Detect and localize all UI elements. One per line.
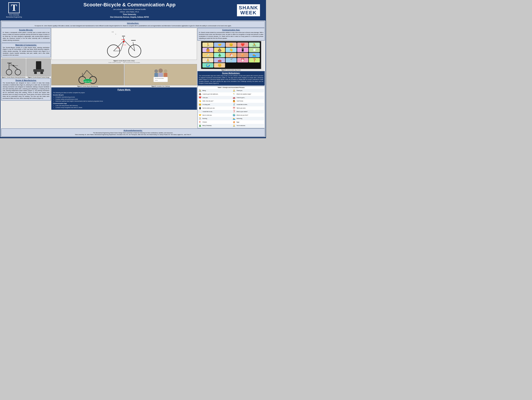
app-emoji-18: ⏰ [237,58,248,62]
app-emoji-4: 🚴 [249,43,260,47]
future-work-section: Future Work: The following are ideas to … [51,88,197,110]
fig2-label: : Scooter-Bicycle Footrest Design [32,77,49,78]
svg-line-4 [13,66,18,69]
phrase-left: Hello, how are you? [202,99,232,103]
app-emoji-21: 😊 [214,63,225,68]
app-emoji-3: ❤️ [237,43,248,47]
week-text: WEEK [239,10,258,15]
table-1-container: Table 1: Emojis and Associated Phrases 🚴… [197,86,265,128]
design-methodology-title: Design Methodology: [199,72,263,74]
figure-3-note: Center of Mass Calculation *rider not pi… [51,62,197,63]
poster: T Trine University Biomedical Engineerin… [0,0,266,138]
table-row: 💩 I need to go to the bathroom. 🌦️ What'… [198,92,264,96]
figure-3-image: CoM X Z Y 24.53" 34.53" [51,28,197,60]
poster-title: Scooter-Bicycle & Communication App [25,2,234,8]
phrase-right: You're welcome. [236,124,264,127]
scooter-bicycle-title: Scooter-Bicycle: [3,29,49,31]
figure-5-container: 🏃 🤝 😊 ❤️ 🚴 🤷 💩 👋 📱 🍽️ 🌦️ 🎄 🐔 🥚 [197,41,265,71]
emoji-left: 🍽️ [198,110,202,113]
table-row: 👋 Hello, how are you? 🤷 I don't know. [198,99,264,103]
app-emoji-5: 🤷 [203,48,213,52]
acknowledgements-section: Acknowledgements: The Biomedical Enginee… [1,129,265,137]
ack-text2: Trine University, Dr. John Patton, Biome… [3,134,263,136]
figure-4-container: BIKE AND SOUL Figure 4: Scooter-Bicycle … [51,64,124,87]
phrase-right: I would like to drink... [236,103,264,106]
emoji-right: 🙏 [232,124,236,127]
advisor: Advisor: John Patton, Ph.D. [25,11,234,13]
footrest-svg [31,59,47,75]
emoji-right: 🌍 [232,113,236,117]
table-row: 🚴 Biking 🙏 Thank you. [198,89,264,92]
svg-point-39 [158,69,163,73]
fig1-label: : Scooter-Bicycle Steering Mechanism [6,77,25,78]
comm-app-section: Communication App: Dr. Shank's stroke li… [197,28,265,41]
comm-item-1: Code 100 total phrases with hierarchy [55,105,195,106]
svg-rect-11 [40,72,43,74]
emoji-right: 🚗 [232,96,236,100]
emoji-right: 🏊 [232,117,236,120]
emoji-left: 📱 [198,106,202,110]
phrase-right: What's the weather today? [236,92,264,96]
design-methodology-text: The communication app was coded using Xc… [199,75,263,84]
header-right: SHANK WEEK [234,4,263,16]
app-emoji-9: 🍽️ [249,48,260,52]
trine-t-logo: T [8,2,20,13]
scooter-bicycle-text: Dr. Shank, a hemiparetic stroke patient,… [3,32,49,41]
svg-rect-8 [36,61,41,70]
svg-text:X    Z: X Z [112,31,114,32]
svg-point-1 [15,69,21,75]
svg-line-15 [124,40,135,51]
comm-label: Communication App [53,102,195,105]
figure-5-caption: Figure 5: Communication App Screen [197,69,265,71]
table-row: ❤️ I love you. 🚗 I have to go to... [198,96,264,100]
emoji-right: ⏰ [232,106,236,110]
figure-5-image: 🏃 🤝 😊 ❤️ 🚴 🤷 💩 👋 📱 🍽️ 🌦️ 🎄 🐔 🥚 [201,41,261,69]
address: One University Avenue, Angola, Indiana 4… [25,16,234,19]
svg-line-3 [9,63,13,66]
emoji-left: 🚴 [198,89,202,92]
header: T Trine University Biomedical Engineerin… [0,0,266,20]
svg-text:catablog: catablog [155,80,158,81]
app-emoji-11: 🎄 [214,53,225,57]
table-row: 📱 Call me when you can. ⏰ Talk to you so… [198,106,264,110]
emoji-left: 👋 [198,99,202,103]
svg-text:CoM: CoM [121,39,125,40]
figure-1-caption: Figure 1: Scooter-Bicycle Steering Mecha… [1,77,26,78]
app-emoji-0: 🏃 [203,43,213,47]
figure-2-caption: Figure 2: Scooter-Bicycle Footrest Desig… [26,77,51,78]
figure-2-image [26,59,51,76]
figure-4-6-row: BIKE AND SOUL Figure 4: Scooter-Bicycle … [51,64,197,87]
figure-1-box: Figure 1: Scooter-Bicycle Steering Mecha… [1,59,26,78]
header-divider [0,20,266,20]
table-row: 🍽️ I would like to eat... ❓ What is your… [198,110,264,113]
emoji-left: 🐔 [198,120,202,124]
app-emoji-15: 🙏 [203,58,213,62]
table-row: 🏃 Running 🏊 Swimming [198,117,264,120]
design-manufacturing-title: Design & Manufacturing: [3,80,49,81]
scooter-steering-svg [6,59,21,75]
emoji-table: 🚴 Biking 🙏 Thank you. 💩 I need to go to … [198,89,264,127]
intro-section: Introduction: To improve Dr. John Shank'… [1,21,265,28]
phrase-left: Chicken [202,120,232,124]
university-name-text: Trine University [9,14,19,16]
figure-2-box: Figure 2: Scooter-Bicycle Footrest Desig… [26,59,51,78]
svg-point-41 [164,69,167,73]
fig6-bold: Figure 6 [152,86,156,87]
scooter-label: Scooter-Bicycle [53,94,195,96]
svg-point-7 [13,65,14,66]
intro-title: Introduction: [3,22,263,24]
comm-app-title: Communication App: [199,29,263,31]
bicycle-diagram-svg: CoM X Z Y 24.53" 34.53" [103,30,146,58]
left-column: Scooter-Bicycle: Dr. Shank, a hemipareti… [1,28,51,128]
table-row: 😊 I'm doing well. 🥤 I would like to drin… [198,103,264,106]
materials-section: Materials & Components: The Scooter-Bicy… [1,43,51,57]
emoji-left: 💩 [198,92,202,96]
phrase-left: Biking [202,89,232,92]
comm-app-text: Dr. Shank's stroke limited his communica… [199,32,263,39]
figure-1-image [1,59,26,76]
university-name: Trine University Biomedical Engineering [6,14,22,18]
table-1-title: Table 1: Emojis and Associated Phrases [198,87,264,88]
emoji-right: 🙏 [232,89,236,92]
table-row: 🤝 Nice to meet you. 🌍 Where are you from… [198,113,264,117]
future-work-title: Future Work: [53,88,195,91]
